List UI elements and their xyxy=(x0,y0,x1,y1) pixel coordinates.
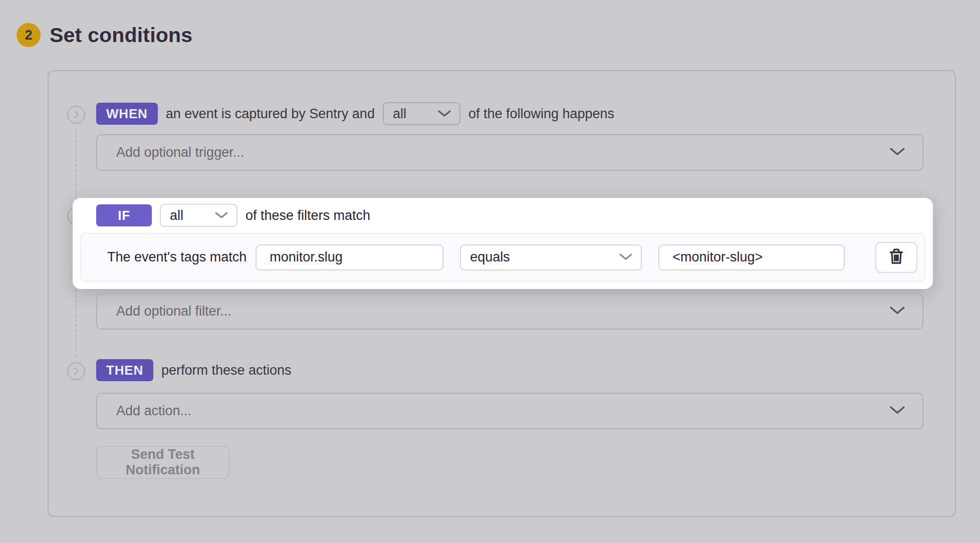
chevron-down-icon xyxy=(214,208,228,223)
when-match-select[interactable]: all xyxy=(383,102,460,125)
add-optional-filter-dropdown[interactable]: Add optional filter... xyxy=(96,293,923,330)
then-row: THEN perform these actions xyxy=(96,359,292,382)
send-test-notification-label: Send Test Notification xyxy=(100,447,225,478)
then-text-after: perform these actions xyxy=(161,363,292,378)
when-match-select-value: all xyxy=(393,106,406,122)
when-step-chevron-circle-icon xyxy=(67,105,86,124)
chevron-down-icon xyxy=(889,403,905,419)
add-action-dropdown[interactable]: Add action... xyxy=(96,393,923,429)
alert-rule-conditions-page: 2 Set conditions WHEN an event is captur… xyxy=(0,0,980,543)
filter-condition-label: The event's tags match xyxy=(107,249,247,265)
when-text-after: of the following happens xyxy=(468,106,614,122)
match-type-select[interactable]: equals xyxy=(460,244,642,270)
step-number: 2 xyxy=(25,28,32,43)
then-badge: THEN xyxy=(96,359,153,381)
if-text-after: of these filters match xyxy=(246,208,370,223)
if-match-select[interactable]: all xyxy=(160,204,237,227)
then-step-chevron-circle-icon xyxy=(67,362,86,381)
filter-condition-row: The event's tags match equals xyxy=(80,233,925,282)
when-badge: WHEN xyxy=(96,103,158,125)
chevron-down-icon xyxy=(437,106,451,122)
match-type-select-value: equals xyxy=(470,249,510,265)
add-optional-trigger-dropdown[interactable]: Add optional trigger... xyxy=(96,134,923,171)
if-match-select-value: all xyxy=(170,208,183,223)
chevron-down-icon xyxy=(619,249,633,265)
add-action-placeholder: Add action... xyxy=(116,403,191,419)
if-badge: IF xyxy=(96,204,152,226)
send-test-notification-button[interactable]: Send Test Notification xyxy=(96,446,229,479)
add-optional-filter-placeholder: Add optional filter... xyxy=(116,304,231,319)
tag-value-input[interactable] xyxy=(658,244,845,270)
trash-icon xyxy=(888,247,905,267)
delete-filter-button[interactable] xyxy=(875,242,917,273)
when-row: WHEN an event is captured by Sentry and … xyxy=(96,102,614,125)
add-optional-trigger-placeholder: Add optional trigger... xyxy=(116,145,244,160)
if-row: IF all of these filters match xyxy=(96,204,370,227)
if-filter-card: IF all of these filters match The event'… xyxy=(73,198,933,289)
chevron-down-icon xyxy=(889,304,905,319)
step-number-badge: 2 xyxy=(17,23,41,47)
page-title: Set conditions xyxy=(50,22,192,48)
tag-key-input[interactable] xyxy=(256,244,443,270)
chevron-down-icon xyxy=(889,145,905,160)
when-text-before: an event is captured by Sentry and xyxy=(166,106,375,122)
connector-line xyxy=(76,129,77,201)
